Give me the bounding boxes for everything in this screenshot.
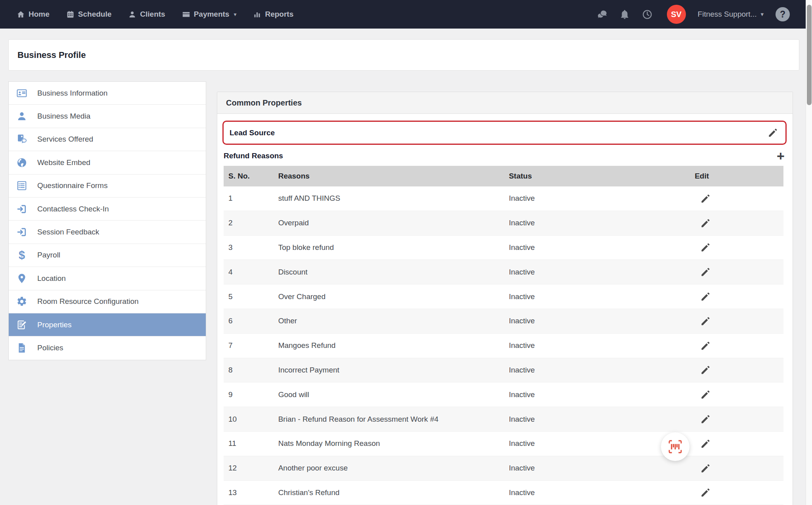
row-reason: Other	[274, 317, 504, 325]
sidebar-item-label: Contactless Check-In	[37, 205, 109, 213]
sidebar-item-session-feedback[interactable]: Session Feedback	[9, 221, 206, 244]
table-row: 12Another poor excuseInactive	[224, 456, 783, 481]
edit-pencil-icon[interactable]	[700, 389, 711, 400]
account-menu[interactable]: Fitness Support... ▾	[698, 10, 764, 19]
row-sno: 4	[224, 268, 274, 277]
edit-pencil-icon[interactable]	[700, 291, 711, 302]
navbar: Home Schedule Clients Payments ▾ Reports…	[0, 0, 806, 29]
edit-pencil-icon[interactable]	[700, 193, 711, 204]
row-sno: 7	[224, 341, 274, 350]
scrollbar-thumb[interactable]	[807, 5, 812, 105]
sidebar-item-policies[interactable]: Policies	[9, 336, 206, 359]
calendar-icon	[66, 10, 75, 19]
row-edit-cell	[690, 438, 783, 449]
row-reason: Discount	[274, 268, 504, 277]
avatar[interactable]: SV	[667, 5, 686, 24]
table-row: 6OtherInactive	[224, 309, 783, 334]
row-status: Inactive	[504, 194, 690, 203]
edit-pencil-icon[interactable]	[700, 463, 711, 474]
sidebar-item-contactless-check-in[interactable]: Contactless Check-In	[9, 198, 206, 221]
col-sno: S. No.	[224, 172, 274, 180]
nav-payments[interactable]: Payments ▾	[182, 10, 237, 19]
row-reason: Nats Monday Morning Reason	[274, 439, 504, 448]
row-reason: Brian - Refund Reason for Assessment Wor…	[274, 415, 504, 424]
sidebar-item-label: Payroll	[37, 251, 60, 259]
edit-pencil-icon[interactable]	[700, 365, 711, 375]
row-edit-cell	[690, 463, 783, 474]
sidebar-item-label: Properties	[37, 321, 72, 329]
row-reason: Over Charged	[274, 292, 504, 301]
nav-home[interactable]: Home	[17, 10, 50, 19]
edit-pencil-icon[interactable]	[700, 414, 711, 424]
sidebar-item-payroll[interactable]: $ Payroll	[9, 244, 206, 267]
sign-in-icon	[16, 204, 27, 215]
bar-chart-icon	[253, 10, 261, 19]
chevron-down-icon: ▾	[760, 11, 764, 18]
nav-clients[interactable]: Clients	[128, 10, 165, 19]
sidebar-item-label: Services Offered	[37, 135, 93, 144]
document-icon	[16, 342, 27, 353]
nav-schedule[interactable]: Schedule	[66, 10, 111, 19]
row-status: Inactive	[504, 390, 690, 399]
table-row: 9Good willInactive	[224, 382, 783, 407]
row-sno: 10	[224, 415, 274, 424]
sidebar-item-questionnaire-forms[interactable]: Questionnaire Forms	[9, 175, 206, 198]
table-row: 1stuff AND THINGSInactive	[224, 186, 783, 211]
sidebar-item-business-information[interactable]: Business Information	[9, 82, 206, 105]
edit-pencil-icon[interactable]	[700, 242, 711, 253]
user-icon	[128, 10, 136, 19]
scrollbar[interactable]	[806, 0, 812, 505]
sidebar-item-location[interactable]: Location	[9, 267, 206, 290]
nav-reports[interactable]: Reports	[253, 10, 293, 19]
add-icon[interactable]: +	[774, 150, 787, 161]
edit-pencil-icon[interactable]	[700, 316, 711, 326]
sidebar-item-services-offered[interactable]: Services Offered	[9, 128, 206, 151]
row-edit-cell	[690, 487, 783, 498]
bell-icon[interactable]	[619, 9, 630, 20]
nav-schedule-label: Schedule	[78, 10, 111, 19]
row-sno: 1	[224, 194, 274, 203]
edit-pencil-icon[interactable]	[700, 487, 711, 498]
table-row: 4DiscountInactive	[224, 260, 783, 284]
table-row: 2OverpaidInactive	[224, 211, 783, 236]
table-row: 8Incorrect PaymentInactive	[224, 358, 783, 383]
sidebar-item-business-media[interactable]: Business Media	[9, 105, 206, 128]
sidebar-item-website-embed[interactable]: Website Embed	[9, 151, 206, 174]
edit-pencil-icon[interactable]	[700, 267, 711, 277]
nav-home-label: Home	[29, 10, 50, 19]
edit-pencil-icon[interactable]	[700, 438, 711, 449]
help-icon[interactable]: ?	[776, 7, 790, 21]
clock-icon[interactable]	[642, 9, 653, 20]
sidebar-item-label: Room Resource Configuration	[37, 297, 139, 306]
sidebar-item-room-resource-configuration[interactable]: Room Resource Configuration	[9, 290, 206, 313]
gear-icon	[16, 296, 27, 307]
dollar-icon: $	[16, 250, 27, 261]
sidebar-item-label: Business Media	[37, 112, 90, 121]
table-row: 7Mangoes RefundInactive	[224, 334, 783, 358]
edit-pencil-icon[interactable]	[768, 127, 778, 138]
edit-pencil-icon[interactable]	[700, 340, 711, 351]
row-reason: Good will	[274, 390, 504, 399]
sidebar-item-label: Location	[37, 274, 66, 283]
row-sno: 6	[224, 317, 274, 325]
edit-note-icon	[16, 319, 27, 330]
row-edit-cell	[690, 218, 783, 228]
nav-right-cluster: SV Fitness Support... ▾ ?	[597, 5, 790, 24]
edit-pencil-icon[interactable]	[700, 218, 711, 228]
row-status: Inactive	[504, 488, 690, 497]
book-chat-icon	[16, 134, 27, 145]
row-sno: 8	[224, 366, 274, 374]
lead-source-row[interactable]: Lead Source	[222, 121, 787, 145]
row-sno: 13	[224, 488, 274, 497]
sidebar-item-properties[interactable]: Properties	[9, 313, 206, 336]
home-icon	[17, 10, 25, 19]
row-sno: 3	[224, 243, 274, 252]
nav-clients-label: Clients	[140, 10, 165, 19]
refund-table-body: 1stuff AND THINGSInactive2OverpaidInacti…	[224, 186, 783, 505]
row-status: Inactive	[504, 219, 690, 227]
chat-icon[interactable]	[597, 9, 607, 20]
row-edit-cell	[690, 291, 783, 302]
row-edit-cell	[690, 340, 783, 351]
row-status: Inactive	[504, 366, 690, 374]
sidebar-item-label: Policies	[37, 344, 63, 352]
